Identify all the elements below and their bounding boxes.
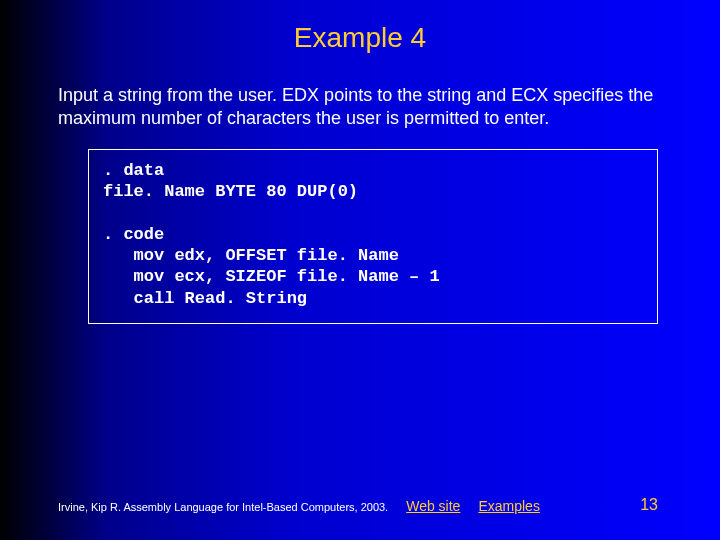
body-text: Input a string from the user. EDX points… — [58, 84, 660, 129]
link-examples[interactable]: Examples — [478, 498, 539, 514]
link-web-site[interactable]: Web site — [406, 498, 460, 514]
code-box: . data file. Name BYTE 80 DUP(0) . code … — [88, 149, 658, 324]
slide-title: Example 4 — [0, 0, 720, 54]
slide: Example 4 Input a string from the user. … — [0, 0, 720, 540]
footer: Irvine, Kip R. Assembly Language for Int… — [58, 498, 680, 514]
page-number: 13 — [640, 496, 658, 514]
code-code-section: . code mov edx, OFFSET file. Name mov ec… — [103, 225, 440, 308]
code-data-section: . data file. Name BYTE 80 DUP(0) — [103, 161, 358, 201]
footer-citation: Irvine, Kip R. Assembly Language for Int… — [58, 501, 388, 513]
